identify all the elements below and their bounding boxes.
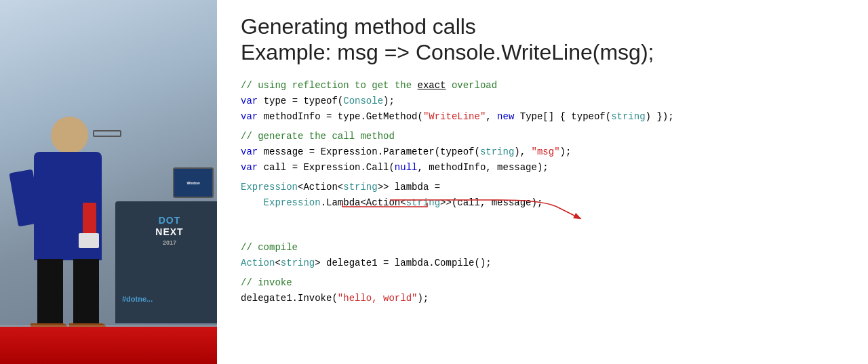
- comment-using: // using reflection to get the exact ove…: [241, 80, 497, 91]
- invoke-close: );: [417, 293, 429, 304]
- podium-stand: DOT NEXT 2017 #dotne...: [115, 201, 217, 323]
- string-type-3: string: [343, 182, 377, 193]
- lambda-indent: [241, 197, 264, 208]
- methodinfo-text: methodInfo = type.GetMethod(: [264, 111, 423, 122]
- speaker-glasses: [93, 130, 121, 137]
- msg-str-wrap: ),: [514, 146, 531, 157]
- title-line1: Generating method calls: [241, 14, 476, 39]
- lambda-fn-end: >>(call, message);: [440, 197, 542, 208]
- speaker-leg-left: [37, 259, 63, 327]
- speaker-figure: [14, 117, 108, 327]
- code-section-reflection: // using reflection to get the exact ove…: [241, 78, 844, 125]
- delegate-text: delegate1 = lambda.Compile();: [321, 258, 492, 268]
- new-kw: new: [497, 111, 514, 122]
- code-line-call: var call = Expression.Call(null, methodI…: [241, 160, 844, 176]
- string-type-5: string: [281, 258, 315, 268]
- exact-underline: exact: [418, 80, 446, 91]
- code-section-invoke: // invoke delegate1.Invoke("hello, world…: [241, 275, 844, 306]
- gen-close-1: >>: [378, 182, 389, 193]
- title-line2: Example: msg => Console.WriteLine(msg);: [241, 39, 844, 65]
- code-section-lambda: Expression<Action<string>> lambda = Expr…: [241, 180, 844, 235]
- close-brace: ) });: [646, 111, 674, 122]
- lambda-assign: lambda =: [389, 182, 440, 193]
- expression-type-2: Expression: [264, 197, 321, 208]
- var-keyword-3: var: [241, 146, 258, 157]
- code-line-lambda1: Expression<Action<string>> lambda =: [241, 180, 844, 195]
- comment-invoke: // invoke: [241, 277, 292, 288]
- writeline-str: "WriteLine": [423, 111, 486, 122]
- speaker-head: [51, 117, 88, 154]
- reflection-kw: reflection: [292, 80, 349, 91]
- code-line-message: var message = Expression.Parameter(typeo…: [241, 144, 844, 160]
- string-type-1: string: [611, 111, 645, 122]
- logo-year: 2017: [155, 239, 183, 247]
- code-line-methodinfo: var methodInfo = type.GetMethod("WriteLi…: [241, 109, 844, 125]
- string-type-2: string: [480, 146, 514, 157]
- typeof-fn-1: typeof(: [303, 96, 343, 106]
- code-comment-4: // invoke: [241, 275, 844, 291]
- code-block: // using reflection to get the exact ove…: [241, 78, 844, 306]
- action-type-2: Action: [241, 258, 275, 268]
- comment-generate: // generate the call method: [241, 131, 395, 142]
- code-section-call: // generate the call method var message …: [241, 129, 844, 176]
- comment-compile: // compile: [241, 242, 298, 253]
- call-args: , methodInfo, message);: [417, 162, 548, 173]
- type-arr: Type[] { typeof(: [514, 111, 611, 122]
- console-type: Console: [343, 96, 383, 106]
- code-line-invoke: delegate1.Invoke("hello, world");: [241, 291, 844, 306]
- code-line-type: var type = typeof(Console);: [241, 94, 844, 109]
- using-kw: using: [258, 80, 286, 91]
- code-comment-2: // generate the call method: [241, 129, 844, 144]
- string-type-4: string: [406, 197, 440, 208]
- to-kw: to: [355, 80, 366, 91]
- slide-title: Generating method calls Example: msg => …: [241, 14, 844, 66]
- lambda-fn-start: .Lambda<Action<: [321, 197, 406, 208]
- action-gen-1: <Action<: [298, 182, 343, 193]
- comma-space: ,: [486, 111, 497, 122]
- code-comment-3: // compile: [241, 240, 844, 256]
- action-close-2: >: [315, 258, 320, 268]
- monitor: Window: [173, 167, 214, 198]
- typeof-close-1: );: [383, 96, 395, 106]
- var-keyword-4: var: [241, 162, 258, 173]
- code-comment-1: // using reflection to get the exact ove…: [241, 78, 844, 94]
- red-carpet: [0, 327, 217, 364]
- monitor-screen: Window: [174, 169, 212, 197]
- video-panel: DOT NEXT 2017 #dotne... Window: [0, 0, 217, 364]
- null-kw: null: [395, 162, 418, 173]
- action-gen-2: <: [275, 258, 280, 268]
- dotnet-logo: DOT NEXT 2017: [155, 215, 183, 246]
- hello-world-string: "hello, world": [338, 293, 418, 304]
- logo-line1: DOT: [155, 215, 183, 226]
- call-text: call = Expression.Call(: [264, 162, 395, 173]
- code-section-compile: // compile Action<string> delegate1 = la…: [241, 240, 844, 271]
- msg-string: "msg": [532, 146, 560, 157]
- var-keyword-1: var: [241, 96, 258, 106]
- speaker-lanyard: [83, 203, 96, 237]
- monitor-content: Window: [186, 181, 199, 185]
- slide-panel: Generating method calls Example: msg => …: [217, 0, 868, 364]
- code-line-lambda2: Expression.Lambda<Action<string>>(call, …: [241, 195, 844, 211]
- type-assign: type =: [264, 96, 304, 106]
- podium: DOT NEXT 2017 #dotne... Window: [95, 188, 217, 323]
- hashtag: #dotne...: [122, 295, 153, 303]
- logo-line2: NEXT: [155, 226, 183, 238]
- var-keyword-2: var: [241, 111, 258, 122]
- speaker-body: [34, 152, 102, 260]
- invoke-text: delegate1.Invoke(: [241, 293, 338, 304]
- code-line-delegate: Action<string> delegate1 = lambda.Compil…: [241, 256, 844, 271]
- msg-close: );: [560, 146, 572, 157]
- message-text: message = Expression.Parameter(typeof(: [264, 146, 480, 157]
- expression-type-1: Expression: [241, 182, 298, 193]
